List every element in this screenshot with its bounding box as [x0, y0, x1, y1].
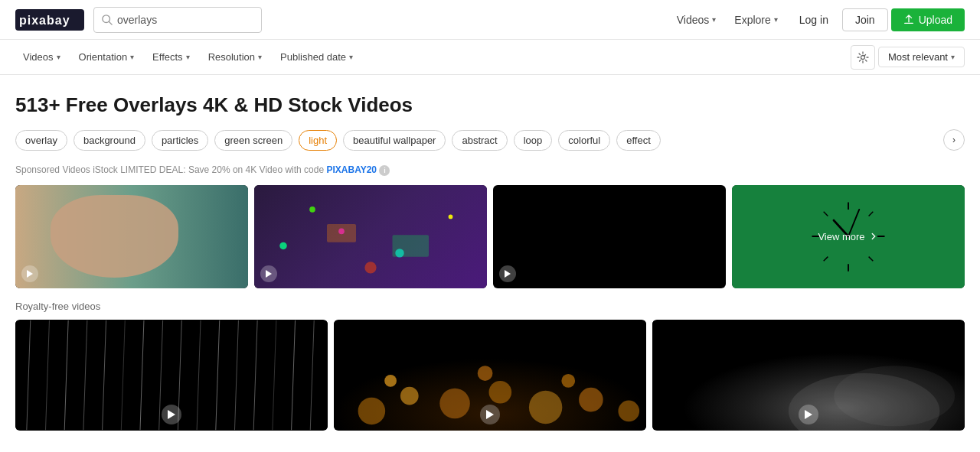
videos-label: Videos: [677, 14, 710, 26]
video-thumbnail-bg: [254, 185, 487, 288]
filter-effects[interactable]: Effects ▾: [145, 47, 198, 67]
filter-effects-label: Effects: [152, 51, 183, 63]
tag-overlay[interactable]: overlay: [15, 130, 67, 151]
search-icon: [102, 15, 113, 25]
svg-rect-11: [327, 224, 356, 242]
join-button[interactable]: Join: [842, 8, 888, 31]
tags-row: overlay background particles green scree…: [15, 129, 965, 151]
search-input[interactable]: [117, 14, 253, 26]
view-more-overlay[interactable]: View more: [732, 185, 965, 288]
chevron-down-icon: ▾: [951, 53, 955, 61]
upload-button[interactable]: Upload: [891, 8, 965, 31]
play-icon: [799, 405, 818, 424]
sponsored-video-grid: View more: [15, 185, 965, 288]
svg-point-10: [309, 206, 315, 213]
promo-code: PIXABAY20: [326, 164, 377, 175]
video-thumbnail-bg: [493, 185, 726, 288]
tag-loop[interactable]: loop: [514, 130, 553, 151]
woman-face: [51, 195, 178, 278]
sponsored-text: Sponsored Videos iStock LIMITED DEAL: Sa…: [15, 164, 326, 175]
chevron-down-icon: ▾: [258, 53, 262, 61]
free-video-1[interactable]: [15, 320, 328, 431]
logo[interactable]: pixabay: [15, 9, 84, 31]
svg-point-51: [384, 375, 397, 387]
sponsored-bar: Sponsored Videos iStock LIMITED DEAL: Sa…: [15, 164, 965, 176]
tag-colorful[interactable]: colorful: [558, 130, 610, 151]
filter-orientation[interactable]: Orientation ▾: [71, 47, 142, 67]
svg-marker-4: [27, 270, 33, 278]
tag-beautiful-wallpaper[interactable]: beautiful wallpaper: [343, 130, 446, 151]
tag-light[interactable]: light: [299, 130, 337, 151]
svg-marker-58: [805, 410, 812, 419]
header: pixabay Videos ▾ Explore ▾ Log in Join U…: [0, 0, 980, 40]
svg-point-9: [364, 262, 376, 273]
upload-label: Upload: [919, 14, 952, 26]
svg-point-52: [478, 366, 493, 381]
filter-published-date[interactable]: Published date ▾: [273, 47, 361, 67]
chevron-down-icon: ▾: [349, 53, 353, 61]
filter-videos[interactable]: Videos ▾: [15, 47, 68, 67]
svg-marker-42: [168, 410, 175, 419]
svg-line-2: [109, 21, 112, 24]
tag-abstract[interactable]: abstract: [452, 130, 507, 151]
svg-point-57: [834, 366, 955, 426]
svg-point-8: [449, 214, 453, 219]
play-icon: [480, 405, 500, 424]
svg-point-50: [618, 400, 639, 421]
svg-marker-13: [266, 270, 272, 278]
free-video-grid: [15, 320, 965, 431]
filter-published-date-label: Published date: [280, 51, 346, 63]
free-video-3[interactable]: [652, 320, 965, 431]
logo-image: pixabay: [15, 9, 84, 31]
play-icon: [260, 265, 277, 282]
free-video-2[interactable]: [334, 320, 646, 431]
filter-resolution[interactable]: Resolution ▾: [201, 47, 270, 67]
filter-orientation-label: Orientation: [79, 51, 128, 63]
svg-marker-14: [505, 270, 511, 278]
explore-label: Explore: [734, 14, 770, 26]
play-icon: [21, 265, 38, 282]
chevron-down-icon: ▾: [712, 15, 716, 24]
svg-point-46: [439, 389, 470, 419]
settings-button[interactable]: [851, 45, 875, 70]
svg-point-45: [400, 387, 419, 405]
tag-particles[interactable]: particles: [152, 130, 208, 151]
info-icon[interactable]: i: [379, 165, 390, 176]
play-icon: [162, 405, 181, 424]
sponsored-video-3[interactable]: [493, 185, 726, 288]
svg-point-48: [529, 391, 562, 424]
chevron-down-icon: ▾: [774, 15, 778, 24]
tag-background[interactable]: background: [74, 130, 145, 151]
svg-marker-54: [486, 410, 494, 419]
video-thumbnail: [334, 320, 646, 431]
royalty-free-label: Royalty-free videos: [15, 301, 965, 312]
explore-dropdown[interactable]: Explore ▾: [727, 9, 785, 31]
svg-point-5: [279, 242, 287, 249]
filter-bar: Videos ▾ Orientation ▾ Effects ▾ Resolut…: [0, 40, 980, 75]
play-icon: [499, 265, 516, 282]
gear-icon: [857, 51, 869, 63]
tags-next-arrow[interactable]: ›: [943, 129, 965, 151]
search-bar: [93, 7, 262, 33]
header-nav: Videos ▾ Explore ▾ Log in Join Upload: [669, 8, 965, 31]
tag-green-screen[interactable]: green screen: [214, 130, 292, 151]
video-thumbnail-bg: [15, 185, 248, 288]
sponsored-video-4[interactable]: View more: [732, 185, 965, 288]
video-thumbnail: [652, 320, 965, 431]
sponsored-video-2[interactable]: [254, 185, 487, 288]
svg-point-53: [561, 374, 575, 388]
svg-point-47: [489, 381, 512, 404]
chevron-down-icon: ▾: [186, 53, 190, 61]
video-thumbnail: [15, 320, 328, 431]
chevron-down-icon: ▾: [130, 53, 134, 61]
login-button[interactable]: Log in: [789, 9, 839, 31]
videos-dropdown[interactable]: Videos ▾: [669, 9, 724, 31]
svg-point-49: [579, 388, 603, 412]
sponsored-video-1[interactable]: [15, 185, 248, 288]
svg-rect-12: [393, 235, 430, 257]
svg-text:pixabay: pixabay: [19, 14, 70, 27]
sort-button[interactable]: Most relevant ▾: [878, 47, 965, 67]
main-content: 513+ Free Overlays 4K & HD Stock Videos …: [0, 75, 980, 438]
tag-effect[interactable]: effect: [616, 130, 661, 151]
sort-label: Most relevant: [888, 51, 948, 63]
